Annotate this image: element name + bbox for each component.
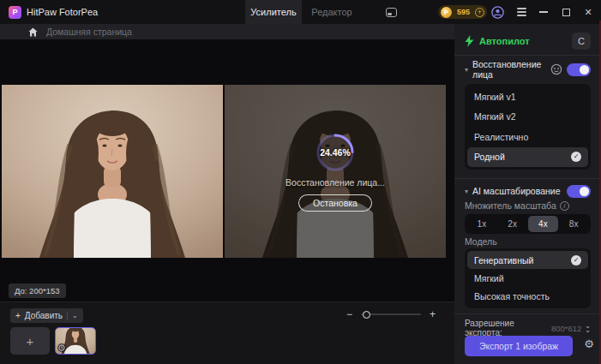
caret-down-icon: ▾ [465,188,468,195]
factor-4x[interactable]: 4x [528,216,559,232]
double-chevron-down-icon[interactable]: ⌄ ⌄ [585,324,591,332]
zoom-in-icon[interactable]: + [430,309,436,319]
zoom-control: − + [346,309,436,319]
model-generative[interactable]: Генеративный ✓ [467,251,588,269]
option-label: Реалистично [474,132,581,142]
model-label: Модель [465,236,497,247]
tab-enhancer[interactable]: Усилитель [245,0,302,24]
export-settings-gear-icon[interactable]: ⚙ [584,337,594,350]
menu-bar [517,11,526,13]
processing-overlay: 24.46% Восстановление лица... Остановка [225,85,446,258]
caret-down-icon: ▾ [465,66,468,74]
preview-canvas: 24.46% Восстановление лица... Остановка … [0,39,454,301]
face-restore-header[interactable]: ▾ Восстановление лица [465,62,591,77]
add-credits-icon[interactable]: + [475,8,484,17]
scale-factor-segmented: 1x 2x 4x 8x [465,214,591,234]
face-icon[interactable] [550,63,562,75]
multiplier-label: Множитель масштаба [465,200,556,211]
plus-icon: + [15,311,21,320]
factor-2x[interactable]: 2x [497,216,528,232]
export-resolution-row: Разрешение экспорта: 800*612 ⌄ ⌄ [465,319,591,337]
option-soft-v2[interactable]: Мягкий v2 [467,107,588,128]
maximize-button[interactable] [557,0,574,24]
maximize-icon [562,9,570,16]
progress-status: Восстановление лица... [285,177,385,188]
upscale-header[interactable]: ▾ AI масштабирование [465,183,591,199]
progress-ring: 24.46% [316,133,355,172]
export-resolution-label: Разрешение экспорта: [465,319,548,337]
coin-icon: P [441,7,452,18]
photo-before [2,85,223,258]
title-bar: P HitPaw FotorPea Усилитель Редактор P 5… [0,0,601,24]
zoom-slider-knob[interactable] [363,311,370,319]
bottom-bar: + Добавить ⌄ + − [0,301,454,364]
breadcrumb-home-label[interactable]: Домашняя страница [46,27,132,37]
portrait-before-image [2,85,223,258]
menu-icon[interactable] [513,0,530,24]
option-realistic[interactable]: Реалистично [467,127,588,147]
toggle-knob [580,65,589,75]
reset-button[interactable]: C [572,33,591,50]
face-restore-title: Восстановление лица [472,59,546,80]
autopilot-label: Автопилот [479,36,567,46]
progress-percent: 24.46% [316,133,355,172]
image-thumbnail[interactable] [55,327,96,355]
credits-count: 595 [454,8,472,16]
minimize-icon [539,11,548,12]
add-image-label: Добавить [25,311,63,320]
credits-badge[interactable]: P 595 + [438,5,487,19]
model-soft[interactable]: Мягкий [467,269,588,287]
check-icon: ✓ [571,255,581,266]
toggle-knob [580,187,589,196]
upscale-title: AI масштабирование [472,186,562,196]
check-icon: ✓ [571,152,581,162]
option-label: Генеративный [474,255,571,266]
chevron-down-icon[interactable]: ⌄ [72,313,78,319]
app-title: HitPaw FotorPea [27,7,98,17]
chevron-down-icon: ⌄ [585,328,591,332]
button-divider [67,312,68,319]
app-logo-icon: P [9,6,21,19]
face-restore-options: Мягкий v1 Мягкий v2 Реалистично Родной ✓ [465,84,591,170]
factor-1x[interactable]: 1x [466,216,497,232]
multiplier-label-row: Множитель масштаба i [465,200,591,211]
account-icon[interactable] [489,0,506,24]
zoom-out-icon[interactable]: − [346,309,352,319]
lightning-icon [465,35,474,47]
before-resolution-badge: До: 200*153 [9,283,66,298]
compact-mode-icon[interactable] [383,0,399,24]
processing-clock-icon [57,343,66,352]
tab-editor[interactable]: Редактор [305,0,358,24]
option-label: Родной [474,152,571,162]
model-label-row: Модель [465,236,591,247]
add-thumbnail-tile[interactable]: + [10,327,50,355]
option-label: Мягкий v2 [474,111,581,122]
info-icon[interactable]: i [560,201,569,211]
menu-bar [517,15,526,16]
option-soft-v1[interactable]: Мягкий v1 [467,87,588,107]
option-label: Мягкий v1 [474,92,581,102]
export-button[interactable]: Экспорт 1 изображ [465,336,573,356]
photo-after: 24.46% Восстановление лица... Остановка [225,85,446,258]
export-resolution-value: 800*612 [551,324,581,333]
add-image-button[interactable]: + Добавить ⌄ [10,308,83,323]
home-icon[interactable] [28,27,38,37]
breadcrumb: Домашняя страница [0,24,454,39]
divider [454,313,601,314]
menu-bar [517,8,526,9]
model-high-precision[interactable]: Высокая точность [467,288,588,306]
face-restore-toggle[interactable] [567,63,591,76]
settings-sidebar: Автопилот C ▾ Восстановление лица Мягкий… [454,24,601,364]
zoom-slider[interactable] [361,313,421,315]
divider [454,178,601,179]
upscale-toggle[interactable] [567,185,591,198]
option-label: Высокая точность [474,291,581,301]
minimize-button[interactable] [535,0,552,24]
autopilot-header: Автопилот C [465,31,591,51]
option-label: Мягкий [474,273,581,283]
close-button[interactable]: ✕ [580,0,597,24]
factor-8x[interactable]: 8x [558,216,589,232]
stop-button[interactable]: Остановка [298,194,372,212]
app-window: P HitPaw FotorPea Усилитель Редактор P 5… [0,0,601,364]
option-native[interactable]: Родной ✓ [467,147,588,168]
